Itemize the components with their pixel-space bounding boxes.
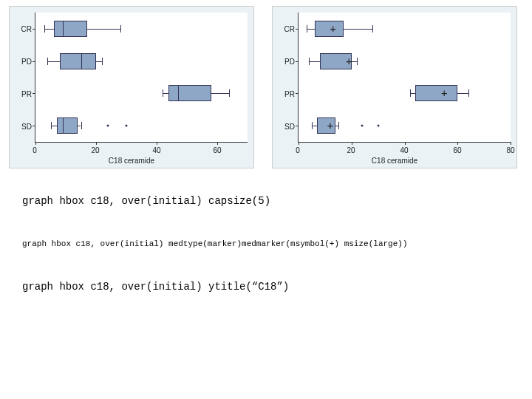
median-line [63, 21, 64, 37]
whisker-cap [229, 89, 230, 97]
xtick-0-r: 0 [289, 146, 307, 154]
left-plot-area [35, 13, 248, 143]
whisker-cap [307, 25, 307, 33]
xtick-80-r: 80 [502, 146, 519, 154]
y-tick-mark [33, 93, 35, 94]
xtick-40-r: 40 [395, 146, 413, 154]
y-tick-mark [296, 29, 299, 30]
median-line [63, 117, 64, 134]
x-tick-mark [157, 142, 157, 145]
ytick-cr-r: CR [274, 25, 295, 33]
whisker-cap [410, 89, 411, 97]
xtick-40: 40 [148, 146, 166, 154]
whisker-high [457, 93, 468, 94]
right-plot-area: ++++ [298, 13, 511, 143]
x-tick-mark [299, 142, 299, 145]
box [54, 21, 87, 37]
whisker-cap [309, 58, 310, 65]
whisker-cap [47, 58, 48, 65]
xtick-0: 0 [26, 146, 44, 154]
whisker-low [410, 93, 415, 94]
code-line-3: graph hbox c18, over(initial) ytitle(“C1… [0, 275, 532, 299]
code-line-1: graph hbox c18, over(initial) capsize(5) [0, 189, 532, 213]
y-tick-mark [296, 93, 299, 94]
left-x-title: C18 ceramide [109, 157, 154, 165]
ytick-pr: PR [11, 90, 32, 98]
median-plus-icon: + [441, 88, 447, 98]
xtick-20: 20 [86, 146, 104, 154]
whisker-cap [51, 122, 52, 129]
x-tick-mark [405, 142, 406, 145]
whisker-high [344, 29, 372, 30]
whisker-cap [120, 25, 121, 33]
y-tick-mark [33, 61, 35, 62]
whisker-low [44, 29, 53, 30]
ytick-pd: PD [11, 58, 32, 66]
whisker-cap [163, 89, 163, 97]
box [60, 53, 96, 69]
charts-row: CR PD PR SD 0 20 40 60 C18 ceramide ++++… [0, 0, 532, 168]
right-boxplot-panel: ++++ CR PD PR SD 0 20 40 60 80 C18 ceram… [272, 6, 517, 168]
ytick-pd-r: PD [274, 58, 295, 66]
median-plus-icon: + [346, 56, 352, 66]
whisker-low [51, 126, 57, 126]
whisker-high [211, 93, 230, 94]
median-line [178, 85, 179, 101]
outlier-dot [107, 125, 109, 127]
ytick-pr-r: PR [274, 90, 295, 98]
whisker-low [309, 61, 319, 62]
x-tick-mark [217, 142, 218, 145]
whisker-low [47, 61, 59, 62]
box [57, 117, 78, 134]
whisker-cap [357, 58, 358, 65]
whisker-low [312, 126, 317, 126]
xtick-20-r: 20 [342, 146, 360, 154]
whisker-cap [102, 58, 103, 65]
whisker-high [87, 29, 120, 30]
whisker-cap [44, 25, 45, 33]
left-boxplot-panel: CR PD PR SD 0 20 40 60 C18 ceramide [9, 6, 254, 168]
whisker-high [352, 61, 357, 62]
right-x-title: C18 ceramide [372, 157, 417, 165]
box [415, 85, 457, 101]
whisker-cap [372, 25, 373, 33]
whisker-cap [312, 122, 313, 129]
x-tick-mark [511, 142, 511, 145]
whisker-cap [468, 89, 469, 97]
whisker-low [307, 29, 315, 30]
box [168, 85, 211, 101]
x-tick-mark [457, 142, 458, 145]
median-plus-icon: + [330, 24, 335, 34]
median-plus-icon: + [327, 120, 333, 131]
xtick-60-r: 60 [449, 146, 466, 154]
median-line [81, 53, 82, 69]
whisker-cap [81, 122, 82, 129]
code-line-2: graph hbox c18, over(initial) medtype(ma… [0, 233, 532, 254]
xtick-60: 60 [208, 146, 226, 154]
x-tick-mark [352, 142, 352, 145]
ytick-cr: CR [11, 25, 32, 33]
outlier-dot [361, 125, 364, 127]
whisker-low [163, 93, 168, 94]
y-tick-mark [296, 126, 299, 126]
x-tick-mark [35, 142, 36, 145]
whisker-high [96, 61, 102, 62]
y-tick-mark [33, 126, 35, 126]
x-tick-mark [96, 142, 97, 145]
box [315, 21, 344, 37]
outlier-dot [126, 125, 128, 127]
y-tick-mark [33, 29, 35, 30]
outlier-dot [377, 125, 379, 127]
ytick-sd-r: SD [274, 123, 295, 131]
whisker-cap [338, 122, 339, 129]
ytick-sd: SD [11, 123, 32, 131]
y-tick-mark [296, 61, 299, 62]
